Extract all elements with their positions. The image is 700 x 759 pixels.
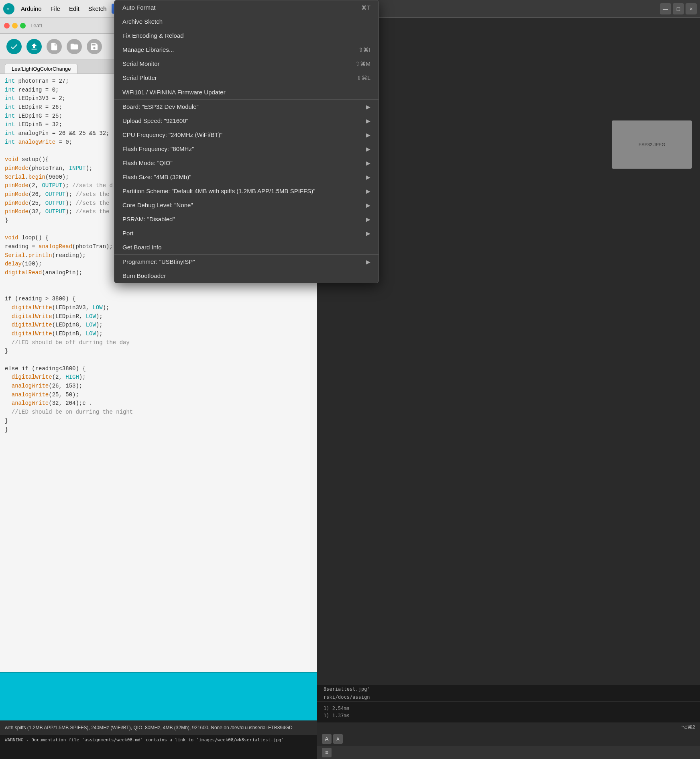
arrow-icon: ▶ — [366, 146, 370, 152]
arrow-icon: ▶ — [366, 104, 370, 110]
new-button[interactable] — [47, 39, 62, 54]
save-button[interactable] — [87, 39, 102, 54]
maximize-button[interactable] — [20, 23, 26, 29]
menu-arduino[interactable]: Arduino — [17, 4, 46, 14]
menu-cpu-frequency[interactable]: CPU Frequency: "240MHz (WiFi/BT)" ▶ — [114, 128, 378, 142]
code-line: } — [5, 347, 312, 356]
code-line: digitalWrite(LEDpin3V3, LOW); — [5, 304, 312, 312]
arrow-icon: ▶ — [366, 160, 370, 166]
timer-area: 1) 2.54ms 1) 1.37ms — [317, 702, 700, 722]
menu-get-board-info[interactable]: Get Board Info — [114, 240, 378, 254]
arrow-icon: ▶ — [366, 132, 370, 138]
menu-archive-sketch[interactable]: Archive Sketch — [114, 14, 378, 29]
menu-burn-bootloader[interactable]: Burn Bootloader — [114, 269, 378, 283]
timer-line-2: 1) 1.37ms — [324, 712, 694, 719]
file-ref-2: rski/docs/assign — [317, 693, 700, 701]
code-line: } — [5, 417, 312, 426]
console-output: WARNING - Documentation file 'assignment… — [0, 735, 317, 759]
status-bar: with spiffs (1.2MB APP/1.5MB SPIFFS), 24… — [0, 720, 317, 735]
menu-manage-libraries[interactable]: Manage Libraries... ⇧⌘I — [114, 43, 378, 57]
menu-fix-encoding[interactable]: Fix Encoding & Reload — [114, 29, 378, 43]
action-btn[interactable]: ≡ — [322, 748, 332, 757]
menu-psram[interactable]: PSRAM: "Disabled" ▶ — [114, 212, 378, 226]
open-button[interactable] — [67, 39, 82, 54]
font-increase-btn[interactable]: A — [322, 734, 332, 744]
minimize-button[interactable] — [12, 23, 18, 29]
menu-section-3: Board: "ESP32 Dev Module" ▶ Upload Speed… — [114, 100, 378, 255]
menu-section-4: Programmer: "USBtinyISP" ▶ Burn Bootload… — [114, 255, 378, 283]
window-title: LeafL — [31, 22, 44, 29]
menu-upload-speed[interactable]: Upload Speed: "921600" ▶ — [114, 114, 378, 128]
code-line: analogWrite(26, 153); — [5, 382, 312, 391]
arrow-icon: ▶ — [366, 188, 370, 194]
arrow-icon: ▶ — [366, 202, 370, 208]
right-text-2: s. These — [325, 40, 692, 50]
code-line: } — [5, 426, 312, 435]
close-right-btn[interactable]: × — [686, 3, 697, 14]
code-line — [5, 286, 312, 295]
menu-auto-format[interactable]: Auto Format ⌘T — [114, 0, 378, 14]
menu-wifi-updater[interactable]: WiFi101 / WiFiNINA Firmware Updater — [114, 85, 378, 99]
svg-text:∞: ∞ — [7, 6, 10, 12]
menu-serial-monitor[interactable]: Serial Monitor ⇧⌘M — [114, 57, 378, 71]
menu-section-1: Auto Format ⌘T Archive Sketch Fix Encodi… — [114, 0, 378, 85]
verify-button[interactable] — [6, 39, 22, 54]
code-line: digitalWrite(LEDpinB, LOW); — [5, 330, 312, 339]
file-ref-1: 8serialtest.jpg' — [317, 685, 700, 693]
maximize-right-btn[interactable]: □ — [673, 3, 684, 14]
app-logo: ∞ — [3, 3, 14, 14]
timer-line-1: 1) 2.54ms — [324, 705, 694, 712]
code-line: else if (reading<3800) { — [5, 365, 312, 373]
code-line: digitalWrite(LEDpinR, LOW); — [5, 312, 312, 321]
code-line: analogWrite(32, 204);c . — [5, 399, 312, 408]
traffic-lights — [4, 23, 26, 29]
font-decrease-btn[interactable]: A — [333, 734, 343, 744]
right-text-4: ou code it to — [325, 69, 692, 78]
tools-dropdown-menu[interactable]: Auto Format ⌘T Archive Sketch Fix Encodi… — [114, 0, 379, 283]
upload-button[interactable] — [26, 39, 42, 54]
menu-core-debug[interactable]: Core Debug Level: "None" ▶ — [114, 198, 378, 212]
arrow-icon: ▶ — [366, 230, 370, 237]
console-area — [0, 672, 317, 720]
menu-port[interactable]: Port ▶ — [114, 226, 378, 240]
code-line: analogWrite(25, 50); — [5, 391, 312, 400]
esp32-image: ESP32.JPEG — [612, 120, 692, 169]
right-far-btn: ≡ — [317, 746, 700, 759]
menu-flash-size[interactable]: Flash Size: "4MB (32Mb)" ▶ — [114, 170, 378, 184]
code-line: if (reading > 3800) { — [5, 295, 312, 304]
menu-flash-frequency[interactable]: Flash Frequency: "80MHz" ▶ — [114, 142, 378, 156]
menu-flash-mode[interactable]: Flash Mode: "QIO" ▶ — [114, 156, 378, 170]
menu-sketch[interactable]: Sketch — [84, 4, 111, 14]
tab-main[interactable]: LeafLightOgColorChange — [5, 64, 77, 73]
image-label: ESP32.JPEG — [639, 142, 665, 147]
menu-partition-scheme[interactable]: Partition Scheme: "Default 4MB with spif… — [114, 184, 378, 198]
right-bottom-btns: A A — [317, 732, 700, 746]
menu-edit[interactable]: Edit — [65, 4, 83, 14]
right-text-3: act. This — [325, 55, 692, 64]
close-button[interactable] — [4, 23, 10, 29]
shortcut-bar: ⌥⌘2 — [317, 722, 700, 732]
menu-section-2: WiFi101 / WiFiNINA Firmware Updater — [114, 85, 378, 100]
menu-file[interactable]: File — [47, 4, 64, 14]
code-line — [5, 356, 312, 365]
code-line: digitalWrite(LEDpinG, LOW); — [5, 321, 312, 330]
status-text: with spiffs (1.2MB APP/1.5MB SPIFFS), 24… — [5, 725, 312, 730]
arrow-icon: ▶ — [366, 216, 370, 222]
arrow-icon: ▶ — [366, 118, 370, 124]
arrow-icon: ▶ — [366, 174, 370, 180]
menu-serial-plotter[interactable]: Serial Plotter ⇧⌘L — [114, 71, 378, 85]
shortcut-label: ⌥⌘2 — [681, 724, 695, 730]
minimize-right-btn[interactable]: — — [660, 3, 671, 14]
code-line: digitalWrite(2, HIGH); — [5, 373, 312, 382]
menu-programmer[interactable]: Programmer: "USBtinyISP" ▶ — [114, 255, 378, 269]
bottom-output: 8serialtest.jpg' rski/docs/assign 1) 2.5… — [317, 685, 700, 759]
right-text-1: there is an — [325, 26, 692, 35]
arrow-icon: ▶ — [366, 259, 370, 265]
warning-line: WARNING - Documentation file 'assignment… — [5, 737, 312, 743]
code-line: //LED should be off durring the day — [5, 339, 312, 347]
menu-board[interactable]: Board: "ESP32 Dev Module" ▶ — [114, 100, 378, 114]
code-line: //LED should be on durring the night — [5, 408, 312, 417]
